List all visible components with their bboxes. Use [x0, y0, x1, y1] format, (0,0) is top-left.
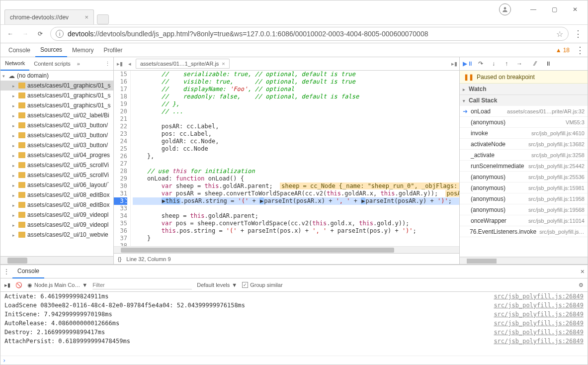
console-output[interactable]: Activate: 6.461999999824911mssrc/jsb_pol…	[0, 292, 588, 356]
tree-folder[interactable]: assets/cases/02_ui/08_editBox	[0, 200, 113, 210]
disclosure-triangle-icon[interactable]	[12, 82, 16, 89]
console-prompt[interactable]: ›	[0, 356, 588, 365]
file-tree[interactable]: ☁ (no domain) assets/cases/01_graphics/0…	[0, 71, 113, 256]
tree-folder[interactable]: assets/cases/02_ui/10_webvie	[0, 230, 113, 240]
toggle-navigator-icon[interactable]: ▸▮	[116, 61, 124, 67]
sidebar-menu-icon[interactable]: ⋮	[105, 61, 110, 67]
close-icon[interactable]: ×	[84, 13, 88, 21]
context-selector[interactable]: ◉ Node.js Main Co… ▼	[27, 282, 87, 288]
message-source-link[interactable]: src/jsb_polyfill.js:26849	[494, 302, 584, 309]
tree-folder[interactable]: assets/cases/02_ui/03_button/	[0, 120, 113, 130]
disclosure-triangle-icon[interactable]	[12, 92, 16, 99]
browser-menu-icon[interactable]: ⋮	[574, 28, 583, 39]
editor-hscroll[interactable]	[114, 246, 459, 253]
group-similar-checkbox[interactable]: ✓ Group similar	[242, 282, 282, 288]
message-source-link[interactable]: src/jsb_polyfill.js:26849	[494, 320, 584, 327]
tree-folder[interactable]: assets/cases/01_graphics/01_s	[0, 91, 113, 100]
disclosure-triangle-icon[interactable]	[12, 221, 16, 228]
stack-frame[interactable]: ➜onLoadassets/cases/01…prite/AR.js:32	[460, 106, 588, 117]
stack-frame[interactable]: (anonymous)VM55:3	[460, 117, 588, 128]
tab-sources[interactable]: Sources	[35, 43, 67, 57]
back-button[interactable]: ←	[5, 29, 15, 39]
disclosure-triangle-icon[interactable]	[12, 112, 16, 119]
warning-badge[interactable]: ▲ 18	[556, 47, 570, 54]
tree-folder[interactable]: assets/cases/02_ui/06_layout/`	[0, 180, 113, 190]
forward-button[interactable]: →	[20, 29, 30, 39]
tree-folder[interactable]: assets/cases/02_ui/09_videopl	[0, 210, 113, 220]
tab-console[interactable]: Console	[3, 43, 35, 57]
close-drawer-icon[interactable]: ×	[581, 268, 585, 275]
code-area[interactable]: // serializable: true, // optional, defa…	[131, 71, 459, 246]
profile-icon[interactable]	[499, 3, 511, 15]
callstack-section[interactable]: Call Stack	[460, 95, 588, 106]
stack-frame[interactable]: (anonymous)src/jsb_polyfill.js:15981	[460, 182, 588, 193]
more-icon[interactable]: ▸▮	[451, 61, 457, 67]
step-over-icon[interactable]: ↷	[477, 60, 485, 68]
line-gutter[interactable]: 1516171819202122232425262728293031323334…	[114, 71, 131, 246]
new-tab-button[interactable]	[97, 14, 109, 24]
maximize-button[interactable]: ▢	[551, 6, 558, 13]
disclosure-triangle-icon[interactable]	[2, 72, 6, 79]
stack-frame[interactable]: (anonymous)src/jsb_polyfill.js:19568	[460, 204, 588, 215]
tree-folder[interactable]: assets/cases/01_graphics/01_s	[0, 81, 113, 91]
log-levels-selector[interactable]: Default levels ▼	[197, 282, 237, 288]
disclosure-triangle-icon[interactable]	[12, 102, 16, 109]
devtools-menu-icon[interactable]: ⋮	[576, 45, 585, 56]
drawer-menu-icon[interactable]: ⋮	[3, 268, 9, 275]
debugger-hscroll[interactable]	[460, 257, 588, 264]
tree-folder[interactable]: assets/cases/01_graphics/01_s	[0, 100, 113, 110]
stack-frame[interactable]: runSceneImmediatesrc/jsb_polyfill.js:254…	[460, 161, 588, 172]
sidebar-tab-network[interactable]: Network	[0, 57, 29, 71]
bookmark-star-icon[interactable]: ☆	[556, 29, 563, 39]
disclosure-triangle-icon[interactable]	[12, 162, 16, 169]
close-icon[interactable]: ×	[222, 61, 225, 67]
sidebar-tab-content-scripts[interactable]: Content scripts	[29, 57, 75, 71]
disclosure-triangle-icon[interactable]	[12, 211, 16, 218]
message-source-link[interactable]: src/jsb_polyfill.js:26849	[494, 329, 584, 336]
message-source-link[interactable]: src/jsb_polyfill.js:26849	[494, 338, 584, 345]
console-settings-icon[interactable]: ⚙	[579, 282, 584, 288]
stack-frame[interactable]: (anonymous)src/jsb_polyfill.js:11958	[460, 193, 588, 204]
console-filter-input[interactable]	[92, 281, 192, 289]
disclosure-triangle-icon[interactable]	[12, 191, 16, 198]
step-icon[interactable]: →	[515, 60, 523, 68]
message-source-link[interactable]: src/jsb_polyfill.js:26849	[494, 311, 584, 318]
tree-folder[interactable]: assets/cases/02_ui/02_label/Bi	[0, 110, 113, 120]
prev-icon[interactable]: ◂	[126, 61, 134, 67]
braces-icon[interactable]: {}	[118, 256, 121, 262]
minimize-button[interactable]: —	[530, 6, 537, 13]
tree-folder[interactable]: assets/cases/02_ui/05_scrollVi	[0, 160, 113, 170]
clear-console-icon[interactable]: 🚫	[15, 282, 22, 288]
disclosure-triangle-icon[interactable]	[12, 201, 16, 208]
disclosure-triangle-icon[interactable]	[12, 132, 16, 139]
step-into-icon[interactable]: ↓	[490, 60, 498, 68]
deactivate-breakpoints-icon[interactable]: ⁄⁄	[531, 60, 539, 68]
disclosure-triangle-icon[interactable]	[12, 231, 16, 238]
sidebar-more-icon[interactable]: »	[77, 61, 80, 67]
tree-folder[interactable]: assets/cases/02_ui/08_editBox	[0, 190, 113, 200]
disclosure-triangle-icon[interactable]	[12, 142, 16, 149]
tree-domain[interactable]: ☁ (no domain)	[0, 71, 113, 81]
tab-profiler[interactable]: Profiler	[98, 43, 127, 57]
resume-button[interactable]: ▶⏸	[464, 60, 472, 68]
disclosure-triangle-icon[interactable]	[12, 152, 16, 159]
tree-folder[interactable]: assets/cases/02_ui/04_progres	[0, 150, 113, 160]
watch-section[interactable]: Watch	[460, 84, 588, 94]
stack-frame[interactable]: 76.EventListeners.invokesrc/jsb_polyfill…	[460, 226, 588, 237]
sidebar-hscroll[interactable]	[0, 256, 113, 264]
stack-frame[interactable]: invokesrc/jsb_polyfill.js:4610	[460, 128, 588, 139]
site-info-icon[interactable]: i	[56, 30, 64, 38]
stack-frame[interactable]: onceWrappersrc/jsb_polyfill.js:11014	[460, 215, 588, 226]
tree-folder[interactable]: assets/cases/02_ui/03_button/	[0, 130, 113, 140]
message-source-link[interactable]: src/jsb_polyfill.js:26849	[494, 293, 584, 300]
tree-folder[interactable]: assets/cases/02_ui/09_videopl	[0, 220, 113, 230]
editor-tab[interactable]: assets/cases/01…1_sprite/AR.js ×	[136, 59, 230, 69]
stack-frame[interactable]: _activatesrc/jsb_polyfill.js:3258	[460, 150, 588, 161]
stack-frame[interactable]: (anonymous)src/jsb_polyfill.js:25536	[460, 172, 588, 182]
disclosure-triangle-icon[interactable]	[12, 182, 16, 188]
browser-tab[interactable]: chrome-devtools://dev ×	[4, 9, 94, 24]
tab-memory[interactable]: Memory	[67, 43, 98, 57]
toggle-sidebar-icon[interactable]: ▸▮	[4, 282, 10, 288]
disclosure-triangle-icon[interactable]	[12, 172, 16, 179]
step-out-icon[interactable]: ↑	[503, 60, 510, 68]
